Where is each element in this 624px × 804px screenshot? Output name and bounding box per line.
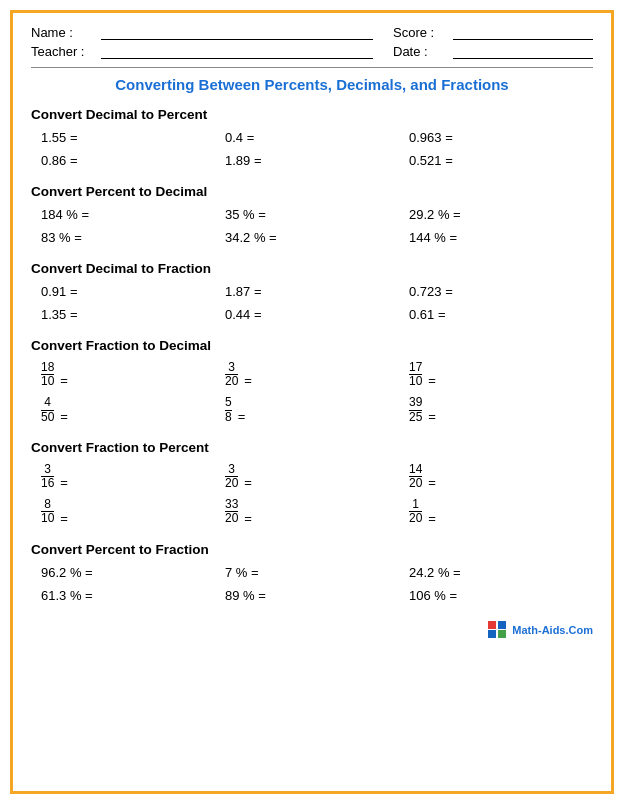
- header-row-teacher: Teacher : Date :: [31, 44, 593, 59]
- problem: 120=: [409, 496, 593, 527]
- section-fraction-to-percent: Convert Fraction to Percent316=320=1420=…: [31, 440, 593, 528]
- numerator: 4: [41, 396, 54, 410]
- logo-sq-blue-bottom: [488, 630, 496, 638]
- numerator: 8: [41, 498, 54, 512]
- section-fraction-to-decimal: Convert Fraction to Decimal1810=320=1710…: [31, 338, 593, 426]
- section-title-percent-to-decimal: Convert Percent to Decimal: [31, 184, 593, 199]
- equals-sign: =: [428, 511, 436, 526]
- problem: 0.723 =: [409, 282, 593, 301]
- equals-sign: =: [244, 373, 252, 388]
- problem: 7 % =: [225, 563, 409, 582]
- problem: 96.2 % =: [41, 563, 225, 582]
- numerator: 3: [225, 361, 238, 375]
- section-title-decimal-to-fraction: Convert Decimal to Fraction: [31, 261, 593, 276]
- score-label: Score :: [393, 25, 453, 40]
- denominator: 10: [41, 375, 54, 388]
- problem: 0.44 =: [225, 305, 409, 324]
- problem: 0.521 =: [409, 151, 593, 170]
- section-decimal-to-percent: Convert Decimal to Percent1.55 =0.4 =0.9…: [31, 107, 593, 170]
- problem: 29.2 % =: [409, 205, 593, 224]
- fraction: 3320: [225, 498, 238, 525]
- problem: 1.55 =: [41, 128, 225, 147]
- fraction: 1710: [409, 361, 422, 388]
- problem: 1.87 =: [225, 282, 409, 301]
- fraction: 316: [41, 463, 54, 490]
- header-right-score: Score :: [393, 25, 593, 40]
- problems-grid-fraction-to-decimal: 1810=320=1710=450=58=3925=: [31, 359, 593, 426]
- fraction: 810: [41, 498, 54, 525]
- denominator: 20: [225, 477, 238, 490]
- equals-sign: =: [428, 373, 436, 388]
- numerator: 3: [41, 463, 54, 477]
- denominator: 10: [409, 375, 422, 388]
- problem: 34.2 % =: [225, 228, 409, 247]
- denominator: 20: [409, 477, 422, 490]
- problem: 0.61 =: [409, 305, 593, 324]
- problem: 1.89 =: [225, 151, 409, 170]
- denominator: 20: [225, 375, 238, 388]
- problem: 0.4 =: [225, 128, 409, 147]
- section-percent-to-decimal: Convert Percent to Decimal184 % =35 % =2…: [31, 184, 593, 247]
- fraction: 120: [409, 498, 422, 525]
- problem: 1710=: [409, 359, 593, 390]
- logo-icon: [486, 619, 508, 641]
- problem: 106 % =: [409, 586, 593, 605]
- denominator: 8: [225, 411, 232, 424]
- problem: 316=: [41, 461, 225, 492]
- problem: 3320=: [225, 496, 409, 527]
- problem: 810=: [41, 496, 225, 527]
- fraction: 1420: [409, 463, 422, 490]
- header-right-date: Date :: [393, 44, 593, 59]
- worksheet: Name : Score : Teacher : Date : Converti…: [10, 10, 614, 794]
- problem: 1810=: [41, 359, 225, 390]
- logo-sq-green: [498, 630, 506, 638]
- section-title-percent-to-fraction: Convert Percent to Fraction: [31, 542, 593, 557]
- logo-squares: [488, 621, 506, 639]
- problem: 184 % =: [41, 205, 225, 224]
- problem: 144 % =: [409, 228, 593, 247]
- header-section: Name : Score : Teacher : Date :: [31, 25, 593, 59]
- equals-sign: =: [60, 511, 68, 526]
- date-label: Date :: [393, 44, 453, 59]
- problem: 0.86 =: [41, 151, 225, 170]
- equals-sign: =: [238, 409, 246, 424]
- fraction: 320: [225, 361, 238, 388]
- numerator: 1: [409, 498, 422, 512]
- equals-sign: =: [428, 475, 436, 490]
- problem: 35 % =: [225, 205, 409, 224]
- equals-sign: =: [428, 409, 436, 424]
- logo-sq-red: [488, 621, 496, 629]
- problem: 1420=: [409, 461, 593, 492]
- logo-text: Math-Aids.Com: [512, 624, 593, 636]
- problem: 1.35 =: [41, 305, 225, 324]
- numerator: 5: [225, 396, 232, 410]
- name-line: [101, 26, 373, 40]
- equals-sign: =: [60, 475, 68, 490]
- problems-grid-decimal-to-fraction: 0.91 =1.87 =0.723 =1.35 =0.44 =0.61 =: [31, 282, 593, 324]
- section-percent-to-fraction: Convert Percent to Fraction96.2 % =7 % =…: [31, 542, 593, 605]
- denominator: 50: [41, 411, 54, 424]
- problem: 320=: [225, 461, 409, 492]
- problem: 0.963 =: [409, 128, 593, 147]
- teacher-label: Teacher :: [31, 44, 101, 59]
- numerator: 18: [41, 361, 54, 375]
- numerator: 33: [225, 498, 238, 512]
- logo-sq-blue-top: [498, 621, 506, 629]
- fraction: 58: [225, 396, 232, 423]
- score-line: [453, 26, 593, 40]
- header-divider: [31, 67, 593, 68]
- equals-sign: =: [60, 409, 68, 424]
- denominator: 20: [409, 512, 422, 525]
- sections-container: Convert Decimal to Percent1.55 =0.4 =0.9…: [31, 107, 593, 605]
- denominator: 20: [225, 512, 238, 525]
- fraction: 1810: [41, 361, 54, 388]
- problems-grid-fraction-to-percent: 316=320=1420=810=3320=120=: [31, 461, 593, 528]
- numerator: 3: [225, 463, 238, 477]
- problems-grid-decimal-to-percent: 1.55 =0.4 =0.963 =0.86 =1.89 =0.521 =: [31, 128, 593, 170]
- section-title-fraction-to-decimal: Convert Fraction to Decimal: [31, 338, 593, 353]
- problems-grid-percent-to-fraction: 96.2 % =7 % =24.2 % =61.3 % =89 % =106 %…: [31, 563, 593, 605]
- problem: 3925=: [409, 394, 593, 425]
- section-decimal-to-fraction: Convert Decimal to Fraction0.91 =1.87 =0…: [31, 261, 593, 324]
- problem: 24.2 % =: [409, 563, 593, 582]
- equals-sign: =: [244, 511, 252, 526]
